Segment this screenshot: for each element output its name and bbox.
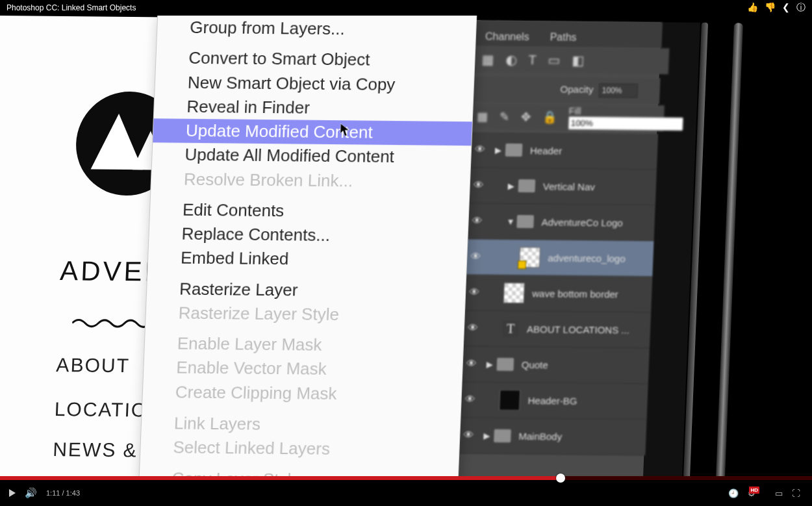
volume-icon[interactable]: 🔊 [25, 487, 37, 499]
share-icon[interactable]: ❮ [782, 2, 790, 14]
layer-context-menu[interactable]: Group from Layers...Convert to Smart Obj… [137, 16, 477, 476]
visibility-eye-icon[interactable]: 👁 [463, 322, 483, 334]
menu-item-rasterize-layer[interactable]: Rasterize Layer [147, 277, 466, 304]
smart-object-thumb [503, 283, 525, 303]
layer-name[interactable]: AdventureCo Logo [541, 216, 623, 228]
visibility-eye-icon[interactable]: 👁 [459, 429, 479, 441]
layer-row[interactable]: 👁TABOUT LOCATIONS ... [463, 310, 651, 348]
folder-icon [518, 179, 535, 192]
layer-name[interactable]: Header [530, 145, 563, 156]
menu-item-create-clipping-mask: Create Clipping Mask [142, 380, 461, 407]
visibility-eye-icon[interactable]: 👁 [464, 286, 485, 298]
filter-smartobj-icon[interactable]: ◧ [572, 53, 585, 68]
visibility-eye-icon[interactable]: 👁 [461, 358, 481, 370]
layer-name[interactable]: Vertical Nav [543, 181, 596, 192]
visibility-eye-icon[interactable]: 👁 [470, 144, 490, 155]
nav-news: NEWS & [53, 438, 138, 461]
layer-row[interactable]: 👁▼AdventureCo Logo [467, 203, 655, 241]
menu-item-enable-layer-mask: Enable Layer Mask [144, 332, 463, 359]
disclosure-arrow-icon[interactable]: ▶ [508, 181, 519, 190]
video-title: Photoshop CC: Linked Smart Objects [6, 3, 747, 12]
menu-item-enable-vector-mask: Enable Vector Mask [144, 356, 463, 383]
layer-name[interactable]: adventureco_logo [548, 252, 626, 264]
wavy-divider-icon [72, 316, 151, 330]
layer-name[interactable]: ABOUT LOCATIONS ... [527, 323, 629, 336]
fullscreen-icon[interactable]: ⛶ [792, 488, 800, 498]
layer-row[interactable]: 👁▶MainBody [458, 418, 646, 455]
photographed-screen: ADVENT ABOUT LOCATIO NEWS & Channels Pat… [0, 16, 767, 476]
lock-all-icon[interactable]: 🔒 [542, 110, 557, 124]
layer-name[interactable]: wave bottom border [532, 288, 618, 299]
like-icon[interactable]: 👍 [747, 2, 758, 14]
nav-about: ABOUT [56, 354, 131, 377]
layer-row[interactable]: 👁▶Vertical Nav [468, 168, 657, 205]
layer-row[interactable]: 👁Header-BG [460, 382, 648, 420]
menu-item-reveal-in-finder[interactable]: Reveal in Finder [154, 94, 473, 121]
menu-item-resolve-broken-link: Resolve Broken Link... [151, 167, 470, 194]
dislike-icon[interactable]: 👎 [765, 2, 776, 14]
youtube-top-bar: Photoshop CC: Linked Smart Objects 👍 👎 ❮… [0, 0, 812, 16]
tab-paths[interactable]: Paths [539, 27, 587, 47]
layer-name[interactable]: Quote [522, 359, 549, 370]
opacity-label: Opacity [560, 84, 594, 95]
menu-item-rasterize-layer-style: Rasterize Layer Style [146, 301, 464, 328]
visibility-eye-icon[interactable]: 👁 [460, 394, 480, 405]
layer-row[interactable]: 👁▶Quote [461, 346, 650, 384]
menu-item-embed-linked[interactable]: Embed Linked [147, 246, 466, 273]
folder-icon [496, 358, 514, 371]
menu-item-new-smart-object-via-copy[interactable]: New Smart Object via Copy [155, 70, 474, 97]
layer-row[interactable]: 👁adventureco_logo [465, 239, 653, 277]
filter-adjust-icon[interactable]: ◐ [505, 52, 517, 68]
layer-name[interactable]: MainBody [518, 431, 562, 442]
layer-name[interactable]: Header-BG [527, 395, 577, 407]
menu-item-convert-to-smart-object[interactable]: Convert to Smart Object [156, 46, 475, 73]
time-display: 1:11 / 1:43 [46, 489, 80, 497]
disclosure-arrow-icon[interactable]: ▶ [483, 431, 494, 440]
visibility-eye-icon[interactable]: 👁 [467, 215, 487, 227]
lock-paint-icon[interactable]: ✎ [500, 110, 510, 124]
filter-text-icon[interactable]: T [528, 53, 537, 68]
disclosure-arrow-icon[interactable]: ▼ [506, 216, 517, 226]
disclosure-arrow-icon[interactable]: ▶ [487, 359, 498, 369]
lock-transparency-icon[interactable]: ▦ [477, 109, 488, 123]
opacity-row: Opacity [472, 76, 661, 104]
menu-item-replace-contents[interactable]: Replace Contents... [149, 222, 468, 249]
linked-smart-object-thumb [519, 247, 540, 268]
watch-later-icon[interactable]: 🕘 [728, 488, 739, 498]
youtube-controls: 🔊 1:11 / 1:43 🕘 ⚙HD ▭ ⛶ [0, 480, 812, 506]
folder-icon [494, 429, 511, 442]
layer-row[interactable]: 👁wave bottom border [464, 275, 652, 312]
disclosure-arrow-icon[interactable]: ▶ [495, 145, 506, 155]
layers-list[interactable]: 👁▶Header👁▶Vertical Nav👁▼AdventureCo Logo… [458, 132, 658, 455]
menu-item-update-all-modified-content[interactable]: Update All Modified Content [152, 143, 471, 170]
fill-input[interactable] [568, 116, 683, 131]
panel-icon-row: ▦ ◐ T ▭ ◧ [474, 46, 670, 74]
opacity-input[interactable] [598, 83, 638, 98]
filter-pixel-icon[interactable]: ▦ [481, 51, 494, 67]
menu-item-edit-contents[interactable]: Edit Contents [149, 197, 468, 225]
layer-thumb [499, 390, 520, 411]
play-button[interactable] [9, 489, 16, 497]
visibility-eye-icon[interactable]: 👁 [466, 251, 486, 262]
panel-tabs[interactable]: Channels Paths [474, 20, 663, 48]
menu-item-update-modified-content[interactable]: Update Modified Content [153, 118, 472, 145]
visibility-eye-icon[interactable]: 👁 [468, 179, 488, 191]
layer-row[interactable]: 👁▶Header [470, 132, 658, 170]
youtube-bottom-bar: 🔊 1:11 / 1:43 🕘 ⚙HD ▭ ⛶ [0, 476, 812, 506]
lock-position-icon[interactable]: ✥ [521, 110, 531, 124]
folder-icon [505, 144, 523, 157]
folder-icon [516, 215, 534, 228]
video-stage: ADVENT ABOUT LOCATIO NEWS & Channels Pat… [0, 16, 812, 476]
lock-row: ▦ ✎ ✥ 🔒 Fill [471, 103, 665, 131]
info-icon[interactable]: ⓘ [796, 2, 806, 14]
menu-item-group-from-layers[interactable]: Group from Layers... [157, 16, 476, 43]
time-total: 1:43 [66, 489, 80, 497]
menu-item-select-linked-layers: Select Linked Layers [140, 435, 459, 462]
filter-shape-icon[interactable]: ▭ [548, 52, 561, 68]
size-icon[interactable]: ▭ [775, 488, 783, 498]
youtube-top-actions: 👍 👎 ❮ ⓘ [747, 2, 806, 14]
tab-channels[interactable]: Channels [474, 27, 540, 47]
background-dark [728, 23, 812, 477]
nav-locations: LOCATIO [54, 398, 148, 421]
settings-icon[interactable]: ⚙HD [748, 488, 766, 498]
